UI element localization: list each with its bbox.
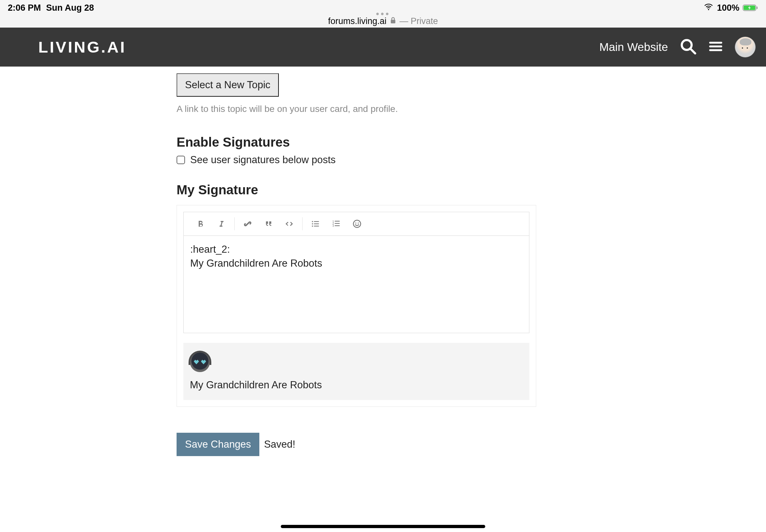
safari-private-label: — Private xyxy=(400,16,438,26)
toolbar-separator xyxy=(234,217,235,230)
toolbar-separator xyxy=(302,217,302,230)
battery-icon xyxy=(743,4,758,12)
see-signatures-label[interactable]: See user signatures below posts xyxy=(190,154,335,166)
bullet-list-icon[interactable] xyxy=(305,214,326,234)
svg-rect-13 xyxy=(314,224,319,224)
svg-rect-2 xyxy=(757,6,758,9)
menu-icon[interactable] xyxy=(708,39,723,55)
svg-point-9 xyxy=(312,221,313,222)
user-avatar[interactable] xyxy=(735,37,756,57)
signature-editor-textarea[interactable]: :heart_2: My Grandchildren Are Robots xyxy=(183,236,529,333)
status-time: 2:06 PM xyxy=(8,3,41,13)
svg-rect-12 xyxy=(314,221,319,222)
numbered-list-icon[interactable]: 123 xyxy=(326,214,346,234)
svg-text:3: 3 xyxy=(332,224,334,227)
save-status-text: Saved! xyxy=(264,439,295,450)
status-date: Sun Aug 28 xyxy=(46,3,94,13)
main-content: Select a New Topic A link to this topic … xyxy=(176,67,536,456)
svg-point-22 xyxy=(355,223,356,224)
quote-icon[interactable] xyxy=(258,214,279,234)
italic-icon[interactable] xyxy=(211,214,232,234)
signature-preview: My Grandchildren Are Robots xyxy=(183,343,529,400)
bold-icon[interactable] xyxy=(190,214,211,234)
wifi-icon xyxy=(703,3,714,13)
editor-toolbar: 123 xyxy=(183,212,529,236)
svg-rect-3 xyxy=(391,20,395,23)
signature-preview-text: My Grandchildren Are Robots xyxy=(190,379,523,391)
see-signatures-checkbox[interactable] xyxy=(176,156,185,164)
enable-signatures-heading: Enable Signatures xyxy=(176,135,536,150)
emoji-icon[interactable] xyxy=(346,214,367,234)
home-indicator[interactable] xyxy=(281,525,485,528)
battery-percent: 100% xyxy=(717,3,739,13)
site-header: LIVING.AI Main Website xyxy=(0,28,766,67)
svg-rect-19 xyxy=(334,223,339,224)
save-changes-button[interactable]: Save Changes xyxy=(176,433,259,456)
my-signature-heading: My Signature xyxy=(176,183,536,197)
lock-icon xyxy=(390,17,396,26)
signature-editor-container: 123 :heart_2: My Grandchildren Are Robot… xyxy=(176,205,536,407)
safari-domain: forums.living.ai xyxy=(328,16,387,26)
site-logo[interactable]: LIVING.AI xyxy=(38,38,126,56)
svg-line-5 xyxy=(690,49,695,54)
safari-tabs-dots-icon: ●●● xyxy=(376,12,391,16)
svg-point-21 xyxy=(353,220,361,228)
search-icon[interactable] xyxy=(680,38,697,56)
svg-point-23 xyxy=(358,223,359,224)
svg-point-11 xyxy=(312,225,313,227)
svg-point-10 xyxy=(312,223,313,224)
main-website-link[interactable]: Main Website xyxy=(600,41,668,54)
topic-helper-text: A link to this topic will be on your use… xyxy=(176,104,536,114)
svg-rect-18 xyxy=(334,221,339,222)
svg-rect-20 xyxy=(334,225,339,226)
select-new-topic-button[interactable]: Select a New Topic xyxy=(176,73,279,97)
link-icon[interactable] xyxy=(237,214,258,234)
heart-2-emoji-icon xyxy=(190,352,210,372)
code-icon[interactable] xyxy=(279,214,299,234)
safari-address-bar[interactable]: ●●● forums.living.ai — Private xyxy=(0,16,766,28)
svg-rect-14 xyxy=(314,226,319,226)
